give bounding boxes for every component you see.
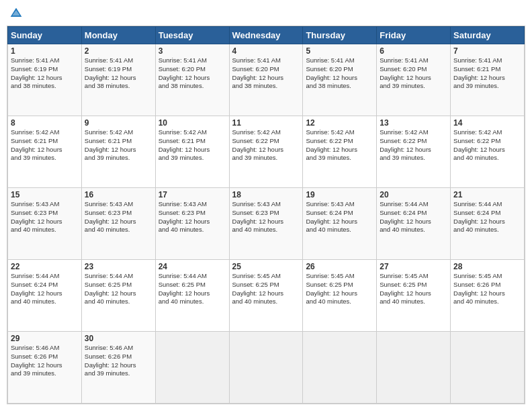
day-number: 4: [232, 46, 300, 56]
day-number: 14: [453, 118, 521, 128]
day-info: Sunrise: 5:41 AM Sunset: 6:20 PM Dayligh…: [306, 56, 373, 91]
day-number: 19: [306, 190, 373, 199]
calendar-cell: 1Sunrise: 5:41 AM Sunset: 6:19 PM Daylig…: [8, 44, 82, 116]
calendar-cell: 17Sunrise: 5:43 AM Sunset: 6:23 PM Dayli…: [155, 188, 229, 260]
calendar-cell: 8Sunrise: 5:42 AM Sunset: 6:21 PM Daylig…: [8, 116, 82, 188]
day-info: Sunrise: 5:41 AM Sunset: 6:19 PM Dayligh…: [85, 56, 152, 91]
calendar-cell: [377, 332, 451, 404]
calendar-cell: 19Sunrise: 5:43 AM Sunset: 6:24 PM Dayli…: [303, 188, 377, 260]
day-info: Sunrise: 5:42 AM Sunset: 6:22 PM Dayligh…: [306, 128, 373, 163]
calendar-header-row: SundayMondayTuesdayWednesdayThursdayFrid…: [8, 27, 525, 44]
day-info: Sunrise: 5:42 AM Sunset: 6:21 PM Dayligh…: [159, 128, 226, 163]
day-info: Sunrise: 5:41 AM Sunset: 6:21 PM Dayligh…: [453, 56, 521, 91]
day-info: Sunrise: 5:42 AM Sunset: 6:22 PM Dayligh…: [453, 128, 521, 163]
day-number: 24: [159, 262, 226, 271]
calendar-cell: 29Sunrise: 5:46 AM Sunset: 6:26 PM Dayli…: [8, 332, 82, 404]
day-number: 10: [159, 118, 226, 128]
day-number: 21: [453, 190, 521, 199]
day-number: 11: [232, 118, 300, 128]
day-info: Sunrise: 5:44 AM Sunset: 6:25 PM Dayligh…: [85, 272, 152, 306]
day-info: Sunrise: 5:41 AM Sunset: 6:19 PM Dayligh…: [11, 56, 79, 91]
day-number: 30: [85, 334, 152, 343]
calendar-cell: 28Sunrise: 5:45 AM Sunset: 6:26 PM Dayli…: [451, 260, 525, 332]
logo: [9, 7, 24, 20]
day-number: 1: [11, 46, 79, 56]
weekday-header: Wednesday: [229, 27, 303, 44]
calendar-cell: 20Sunrise: 5:44 AM Sunset: 6:24 PM Dayli…: [377, 188, 451, 260]
calendar-week-row: 29Sunrise: 5:46 AM Sunset: 6:26 PM Dayli…: [8, 332, 525, 404]
day-number: 3: [159, 46, 226, 56]
calendar-table: SundayMondayTuesdayWednesdayThursdayFrid…: [7, 26, 525, 404]
weekday-header: Saturday: [451, 27, 525, 44]
day-info: Sunrise: 5:43 AM Sunset: 6:24 PM Dayligh…: [306, 200, 373, 234]
day-number: 15: [11, 190, 79, 199]
calendar-cell: 6Sunrise: 5:41 AM Sunset: 6:20 PM Daylig…: [377, 44, 451, 116]
calendar-cell: 15Sunrise: 5:43 AM Sunset: 6:23 PM Dayli…: [8, 188, 82, 260]
calendar-cell: 4Sunrise: 5:41 AM Sunset: 6:20 PM Daylig…: [229, 44, 303, 116]
day-info: Sunrise: 5:45 AM Sunset: 6:25 PM Dayligh…: [232, 272, 300, 306]
weekday-header: Sunday: [8, 27, 82, 44]
day-number: 8: [11, 118, 79, 128]
day-number: 5: [306, 46, 373, 56]
calendar-week-row: 8Sunrise: 5:42 AM Sunset: 6:21 PM Daylig…: [8, 116, 525, 188]
calendar-cell: 9Sunrise: 5:42 AM Sunset: 6:21 PM Daylig…: [81, 116, 155, 188]
day-info: Sunrise: 5:42 AM Sunset: 6:22 PM Dayligh…: [380, 128, 447, 163]
day-number: 25: [232, 262, 300, 271]
day-number: 7: [453, 46, 521, 56]
calendar-cell: 5Sunrise: 5:41 AM Sunset: 6:20 PM Daylig…: [303, 44, 377, 116]
day-info: Sunrise: 5:46 AM Sunset: 6:26 PM Dayligh…: [11, 344, 79, 378]
day-info: Sunrise: 5:45 AM Sunset: 6:25 PM Dayligh…: [306, 272, 373, 306]
day-info: Sunrise: 5:41 AM Sunset: 6:20 PM Dayligh…: [159, 56, 226, 91]
calendar-cell: [155, 332, 229, 404]
logo-icon: [9, 7, 23, 20]
calendar-cell: [229, 332, 303, 404]
calendar-cell: 30Sunrise: 5:46 AM Sunset: 6:26 PM Dayli…: [81, 332, 155, 404]
day-info: Sunrise: 5:42 AM Sunset: 6:21 PM Dayligh…: [11, 128, 79, 163]
page: SundayMondayTuesdayWednesdayThursdayFrid…: [0, 0, 532, 411]
day-info: Sunrise: 5:46 AM Sunset: 6:26 PM Dayligh…: [85, 344, 152, 378]
calendar-cell: 26Sunrise: 5:45 AM Sunset: 6:25 PM Dayli…: [303, 260, 377, 332]
day-info: Sunrise: 5:42 AM Sunset: 6:22 PM Dayligh…: [232, 128, 300, 163]
day-info: Sunrise: 5:43 AM Sunset: 6:23 PM Dayligh…: [159, 200, 226, 234]
day-info: Sunrise: 5:44 AM Sunset: 6:25 PM Dayligh…: [159, 272, 226, 306]
calendar-cell: 10Sunrise: 5:42 AM Sunset: 6:21 PM Dayli…: [155, 116, 229, 188]
calendar-cell: 7Sunrise: 5:41 AM Sunset: 6:21 PM Daylig…: [451, 44, 525, 116]
day-info: Sunrise: 5:45 AM Sunset: 6:25 PM Dayligh…: [380, 272, 447, 306]
day-number: 16: [85, 190, 152, 199]
calendar-cell: 25Sunrise: 5:45 AM Sunset: 6:25 PM Dayli…: [229, 260, 303, 332]
day-info: Sunrise: 5:43 AM Sunset: 6:23 PM Dayligh…: [11, 200, 79, 234]
calendar-cell: 18Sunrise: 5:43 AM Sunset: 6:23 PM Dayli…: [229, 188, 303, 260]
day-number: 29: [11, 334, 79, 343]
weekday-header: Friday: [377, 27, 451, 44]
day-info: Sunrise: 5:45 AM Sunset: 6:26 PM Dayligh…: [453, 272, 521, 306]
day-info: Sunrise: 5:43 AM Sunset: 6:23 PM Dayligh…: [232, 200, 300, 234]
header: [7, 7, 525, 20]
day-info: Sunrise: 5:44 AM Sunset: 6:24 PM Dayligh…: [380, 200, 447, 234]
calendar: SundayMondayTuesdayWednesdayThursdayFrid…: [7, 26, 525, 404]
weekday-header: Thursday: [303, 27, 377, 44]
calendar-cell: [451, 332, 525, 404]
calendar-week-row: 1Sunrise: 5:41 AM Sunset: 6:19 PM Daylig…: [8, 44, 525, 116]
day-number: 27: [380, 262, 447, 271]
calendar-cell: 21Sunrise: 5:44 AM Sunset: 6:24 PM Dayli…: [451, 188, 525, 260]
day-number: 28: [453, 262, 521, 271]
calendar-cell: 2Sunrise: 5:41 AM Sunset: 6:19 PM Daylig…: [81, 44, 155, 116]
day-info: Sunrise: 5:44 AM Sunset: 6:24 PM Dayligh…: [453, 200, 521, 234]
calendar-week-row: 22Sunrise: 5:44 AM Sunset: 6:24 PM Dayli…: [8, 260, 525, 332]
calendar-cell: 3Sunrise: 5:41 AM Sunset: 6:20 PM Daylig…: [155, 44, 229, 116]
calendar-week-row: 15Sunrise: 5:43 AM Sunset: 6:23 PM Dayli…: [8, 188, 525, 260]
calendar-cell: 16Sunrise: 5:43 AM Sunset: 6:23 PM Dayli…: [81, 188, 155, 260]
calendar-cell: 14Sunrise: 5:42 AM Sunset: 6:22 PM Dayli…: [451, 116, 525, 188]
calendar-cell: 13Sunrise: 5:42 AM Sunset: 6:22 PM Dayli…: [377, 116, 451, 188]
calendar-cell: 12Sunrise: 5:42 AM Sunset: 6:22 PM Dayli…: [303, 116, 377, 188]
calendar-cell: 23Sunrise: 5:44 AM Sunset: 6:25 PM Dayli…: [81, 260, 155, 332]
calendar-cell: 22Sunrise: 5:44 AM Sunset: 6:24 PM Dayli…: [8, 260, 82, 332]
day-number: 13: [380, 118, 447, 128]
day-number: 26: [306, 262, 373, 271]
weekday-header: Monday: [81, 27, 155, 44]
day-number: 2: [85, 46, 152, 56]
day-number: 23: [85, 262, 152, 271]
day-number: 9: [85, 118, 152, 128]
day-number: 20: [380, 190, 447, 199]
calendar-cell: 27Sunrise: 5:45 AM Sunset: 6:25 PM Dayli…: [377, 260, 451, 332]
